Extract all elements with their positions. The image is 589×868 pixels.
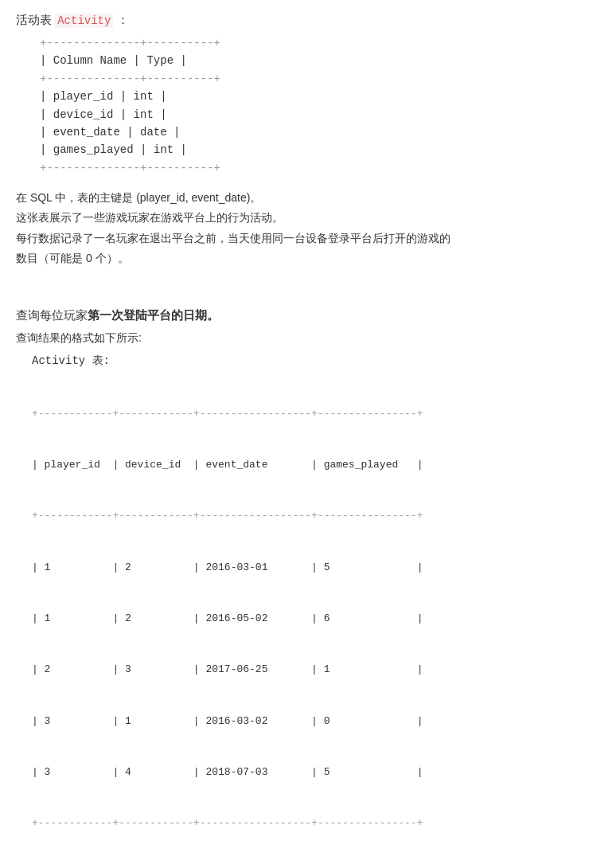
query-title: 查询每位玩家第一次登陆平台的日期。 — [16, 308, 573, 323]
activity-table-label: Activity 表: — [32, 354, 573, 368]
schema-table: +--------------+----------+ | Column Nam… — [40, 34, 573, 177]
act-row-3: | 3 | 1 | 2016-03-02 | 0 | — [32, 713, 573, 729]
query-result-label: 查询结果的格式如下所示: — [16, 331, 573, 346]
table-title: 活动表 Activity ： — [16, 13, 573, 28]
table-title-prefix: 活动表 — [16, 13, 52, 26]
activity-mono-table: +------------+------------+-------------… — [32, 371, 573, 866]
schema-row-2: | event_date | date | — [40, 123, 573, 141]
act-row-2: | 2 | 3 | 2017-06-25 | 1 | — [32, 661, 573, 678]
activity-data-section: Activity 表: +------------+------------+-… — [32, 354, 573, 866]
desc-line1: 在 SQL 中，表的主键是 (player_id, event_date)。 — [16, 188, 573, 208]
act-border3: +------------+------------+-------------… — [32, 815, 573, 831]
query-title-bold: 第一次登陆平台的日期。 — [88, 308, 219, 322]
schema-row-1: | device_id | int | — [40, 106, 573, 123]
activity-table-label-text: Activity 表: — [32, 354, 110, 367]
schema-row-3: | games_played | int | — [40, 141, 573, 158]
schema-border-bottom: +--------------+----------+ — [40, 159, 573, 177]
schema-row-0: | player_id | int | — [40, 88, 573, 105]
act-header: | player_id | device_id | event_date | g… — [32, 456, 573, 473]
act-border1: +------------+------------+-------------… — [32, 405, 573, 422]
desc-line2: 这张表展示了一些游戏玩家在游戏平台上的行为活动。 — [16, 208, 573, 228]
table-title-suffix: ： — [117, 13, 129, 26]
description: 在 SQL 中，表的主键是 (player_id, event_date)。 这… — [16, 188, 573, 268]
act-row-1: | 1 | 2 | 2016-05-02 | 6 | — [32, 610, 573, 627]
desc-line4: 数目（可能是 0 个）。 — [16, 248, 573, 268]
query-title-normal: 查询每位玩家 — [16, 308, 88, 322]
activity-keyword: Activity — [55, 14, 113, 28]
schema-header-row: | Column Name | Type | — [40, 52, 573, 69]
desc-line3: 每行数据记录了一名玩家在退出平台之前，当天使用同一台设备登录平台后打开的游戏的 — [16, 229, 573, 248]
act-row-0: | 1 | 2 | 2016-03-01 | 5 | — [32, 559, 573, 576]
schema-border-top: +--------------+----------+ — [40, 34, 573, 52]
act-row-4: | 3 | 4 | 2018-07-03 | 5 | — [32, 764, 573, 780]
schema-border-mid: +--------------+----------+ — [40, 70, 573, 88]
act-border2: +------------+------------+-------------… — [32, 507, 573, 524]
